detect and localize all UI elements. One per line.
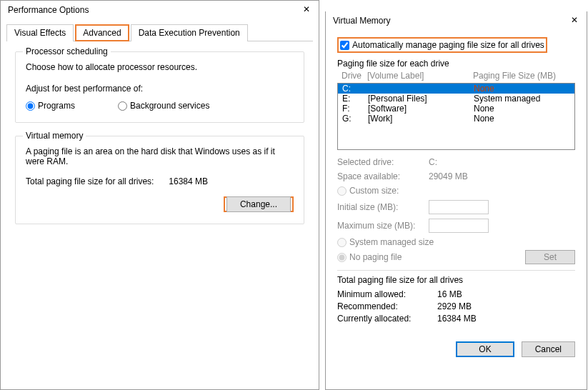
drive-size: None: [474, 104, 570, 114]
each-drive-label: Paging file size for each drive: [337, 59, 575, 69]
radio-programs-label: Programs: [38, 101, 75, 111]
processor-scheduling-group: Processor scheduling Choose how to alloc…: [15, 51, 304, 123]
drive-row[interactable]: F: [Software] None: [338, 104, 574, 114]
initial-size-label: Initial size (MB):: [337, 202, 429, 212]
space-value: 29049 MB: [429, 171, 468, 181]
dialog-title: Virtual Memory: [333, 16, 390, 26]
totals-label: Total paging file size for all drives: [337, 275, 575, 285]
tab-visual-effects[interactable]: Visual Effects: [6, 24, 74, 41]
drive-header: Drive [Volume Label] Paging File Size (M…: [337, 70, 575, 81]
set-button: Set: [525, 250, 575, 264]
min-value: 16 MB: [437, 289, 462, 299]
total-label: Total paging file size for all drives:: [26, 176, 154, 186]
selected-drive-label: Selected drive:: [337, 157, 429, 167]
radio-sysmanaged-label: System managed size: [349, 237, 434, 247]
totals-group: Total paging file size for all drives Mi…: [337, 270, 575, 326]
min-label: Minimum allowed:: [337, 289, 437, 299]
cancel-button[interactable]: Cancel: [522, 341, 575, 357]
drive-size: System managed: [474, 94, 570, 104]
radio-no-paging: No paging file: [337, 252, 402, 262]
radio-background[interactable]: Background services: [118, 101, 209, 111]
change-button[interactable]: Change...: [226, 196, 291, 212]
drive-letter: G:: [342, 114, 368, 124]
radio-background-input[interactable]: [118, 101, 127, 111]
tab-content: Processor scheduling Choose how to alloc…: [1, 41, 319, 247]
ok-button[interactable]: OK: [456, 341, 514, 357]
total-value: 16384 MB: [169, 176, 208, 186]
change-highlight: Change...: [224, 196, 294, 212]
drive-label: [Software]: [368, 104, 474, 114]
radio-nopaging-input: [337, 253, 347, 262]
selected-drive-value: C:: [429, 157, 437, 167]
radio-custom-input: [337, 186, 347, 196]
group-label: Processor scheduling: [23, 46, 111, 56]
proc-desc: Choose how to allocate processor resourc…: [26, 62, 294, 72]
auto-manage-label: Automatically manage paging file size fo…: [352, 40, 544, 50]
radio-programs[interactable]: Programs: [26, 101, 75, 111]
header-volume: [Volume Label]: [367, 71, 473, 81]
drive-row[interactable]: C: None: [338, 84, 574, 94]
header-drive: Drive: [342, 71, 367, 81]
virtual-memory-dialog: Virtual Memory ✕ Automatically manage pa…: [325, 11, 587, 390]
titlebar: Virtual Memory ✕: [326, 11, 587, 30]
radio-custom-size: Custom size:: [337, 186, 575, 196]
dialog-title: Performance Options: [8, 5, 89, 15]
auto-manage-input[interactable]: [340, 41, 349, 50]
each-drive-group: Paging file size for each drive Drive [V…: [337, 59, 575, 264]
drive-letter: C:: [342, 84, 368, 94]
cur-value: 16384 MB: [437, 314, 477, 324]
close-icon[interactable]: ✕: [302, 5, 312, 15]
drive-row[interactable]: G: [Work] None: [338, 114, 574, 124]
drive-size: None: [474, 84, 570, 94]
virtual-memory-group: Virtual memory A paging file is an area …: [15, 136, 304, 224]
initial-size-input: [429, 200, 489, 214]
drive-size: None: [474, 114, 570, 124]
drive-label: [368, 84, 474, 94]
max-size-label: Maximum size (MB):: [337, 221, 429, 231]
group-label: Virtual memory: [23, 131, 86, 141]
adjust-label: Adjust for best performance of:: [26, 84, 294, 94]
drive-letter: E:: [342, 94, 368, 104]
performance-options-dialog: Performance Options ✕ Visual Effects Adv…: [0, 0, 319, 390]
vm-desc: A paging file is an area on the hard dis…: [26, 146, 294, 166]
drive-label: [Work]: [368, 114, 474, 124]
tab-advanced[interactable]: Advanced: [75, 24, 129, 41]
vm-content: Automatically manage paging file size fo…: [326, 30, 587, 333]
drive-letter: F:: [342, 104, 368, 114]
header-size: Paging File Size (MB): [473, 71, 571, 81]
tab-dep[interactable]: Data Execution Prevention: [131, 24, 248, 41]
rec-label: Recommended:: [337, 301, 437, 311]
space-label: Space available:: [337, 171, 429, 181]
radio-system-managed: System managed size: [337, 237, 575, 247]
auto-manage-checkbox[interactable]: Automatically manage paging file size fo…: [340, 40, 544, 50]
radio-sysmanaged-input: [337, 238, 347, 247]
titlebar: Performance Options ✕: [1, 1, 319, 19]
max-size-input: [429, 219, 489, 233]
radio-custom-label: Custom size:: [349, 186, 399, 196]
drive-row[interactable]: E: [Personal Files] System managed: [338, 94, 574, 104]
radio-background-label: Background services: [130, 101, 209, 111]
drive-listbox[interactable]: C: None E: [Personal Files] System manag…: [337, 83, 575, 150]
radio-programs-input[interactable]: [26, 101, 35, 111]
dialog-buttons: OK Cancel: [326, 333, 587, 366]
tab-strip: Visual Effects Advanced Data Execution P…: [6, 24, 313, 41]
auto-manage-highlight: Automatically manage paging file size fo…: [337, 37, 547, 53]
close-icon[interactable]: ✕: [569, 16, 579, 26]
radio-nopaging-label: No paging file: [349, 252, 402, 262]
drive-label: [Personal Files]: [368, 94, 474, 104]
cur-label: Currently allocated:: [337, 314, 437, 324]
rec-value: 2929 MB: [437, 301, 472, 311]
